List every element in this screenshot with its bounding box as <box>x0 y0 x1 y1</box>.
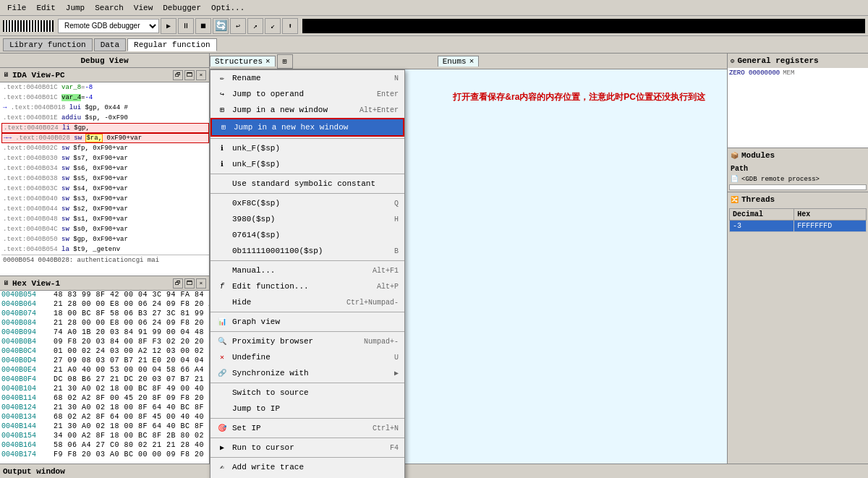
ctx-jump-new-window[interactable]: ⊞ Jump in a new window Alt+Enter <box>210 102 404 118</box>
enums-close-btn[interactable]: × <box>469 57 475 66</box>
ctx-rw-trace[interactable]: ↕ Add read/write trace <box>210 475 404 478</box>
menu-file[interactable]: File <box>3 2 30 14</box>
toolbar-btn-7[interactable]: ↙ <box>265 18 281 34</box>
ida-view-close[interactable]: × <box>196 70 206 80</box>
ctx-undefine-label: Undefine <box>232 353 390 362</box>
toolbar-btn-3[interactable]: ⏹ <box>195 18 211 34</box>
ctx-07614[interactable]: 07614($sp) <box>210 227 404 243</box>
menu-options[interactable]: Opti... <box>207 2 249 14</box>
debug-view-title: Debug View <box>80 56 128 65</box>
enums-tab[interactable]: Enums × <box>438 56 480 67</box>
3980-icon <box>216 213 228 225</box>
ctx-unk1-label: unk_F($sp) <box>232 144 394 153</box>
hex-line: 0040B0B409 F8 20 03 84 00 8F F3 02 20 20… <box>0 338 209 347</box>
menu-jump[interactable]: Jump <box>61 2 89 14</box>
ida-view-restore[interactable]: 🗗 <box>173 70 183 80</box>
toolbar-btn-4[interactable]: 🔄 <box>213 18 229 34</box>
chinese-annotation: 打开查看保存&ra内容的内存位置，注意此时PC位置还没执行到这 <box>453 91 705 103</box>
ctx-sync[interactable]: 🔗 Synchronize with ▶ <box>210 365 404 381</box>
binary-icon <box>216 245 228 257</box>
menu-edit[interactable]: Edit <box>32 2 59 14</box>
debugger-dropdown[interactable]: Remote GDB debugger <box>58 19 159 33</box>
ctx-undefine[interactable]: ✕ Undefine U <box>210 349 404 365</box>
ctx-3980[interactable]: 3980($sp) H <box>210 211 404 227</box>
ctx-rename[interactable]: ✏ Rename N <box>210 70 404 86</box>
structures-expand[interactable]: ⊞ <box>277 54 293 69</box>
ida-view-max[interactable]: 🗖 <box>184 70 195 80</box>
ida-line: .text:0040B054 la $t9, _getenv <box>1 244 209 255</box>
ctx-hex-f8c[interactable]: 0xF8C($sp) Q <box>210 195 404 211</box>
hex-line: 0040B12421 30 A0 02 18 00 8F 64 40 BC 8F… <box>0 404 209 413</box>
hex-line: 0040B09474 A0 1B 20 03 84 91 99 00 04 48 <box>0 328 209 338</box>
ctx-proximity[interactable]: 🔍 Proximity browser Numpad+- <box>210 333 404 349</box>
menu-search[interactable]: Search <box>90 2 128 14</box>
hex-line: 0040B06421 28 00 00 E8 00 06 24 09 F8 20… <box>0 300 209 310</box>
tab-data[interactable]: Data <box>94 38 126 51</box>
hex-view-restore[interactable]: 🗗 <box>173 278 183 289</box>
ida-line: .text:0040B01E addiu $sp, -0xF90 <box>1 113 209 123</box>
center-tabbar: Structures × ⊞ Enums × <box>210 54 727 69</box>
hex-line: 0040B0D427 09 08 03 07 B7 21 E0 20 04 04 <box>0 357 209 366</box>
menu-view[interactable]: View <box>129 2 157 14</box>
ctx-edit-func[interactable]: f Edit function... Alt+P <box>210 278 404 294</box>
ctx-binary[interactable]: 0b111110001100($sp) B <box>210 243 404 259</box>
ctx-unk1[interactable]: ℹ unk_F($sp) <box>210 140 404 156</box>
toolbar-btn-2[interactable]: ⏸ <box>178 18 194 34</box>
menubar: File Edit Jump Search View Debugger Opti… <box>0 0 868 16</box>
threads-table: Decimal Hex -3 FFFFFFFD <box>729 208 867 232</box>
graph-icon: 📊 <box>216 316 228 328</box>
ctx-jump-ip[interactable]: Jump to IP <box>210 401 404 417</box>
structures-close-btn[interactable]: × <box>265 57 271 66</box>
ctx-hex-f8c-label: 0xF8C($sp) <box>232 199 390 208</box>
ctx-rename-label: Rename <box>232 74 390 82</box>
ctx-sep-9 <box>210 438 404 438</box>
ctx-write-trace[interactable]: ✍ Add write trace <box>210 459 404 475</box>
ctx-sep-7 <box>210 383 404 383</box>
ctx-run-cursor[interactable]: ▶ Run to cursor F4 <box>210 440 404 456</box>
ctx-symbolic-label: Use standard symbolic constant <box>232 179 394 188</box>
ctx-sep-2 <box>210 174 404 174</box>
ctx-jump-operand[interactable]: ↪ Jump to operand Enter <box>210 86 404 102</box>
hex-line: 0040B08421 28 00 00 E8 00 06 24 09 F8 20… <box>0 319 209 328</box>
tab-regular-function[interactable]: Regular function <box>127 38 217 51</box>
ctx-switch-source[interactable]: Switch to source <box>210 385 404 401</box>
hex-view-close[interactable]: × <box>196 278 206 289</box>
debug-view-header: Debug View <box>0 54 209 68</box>
ctx-hide[interactable]: Hide Ctrl+Numpad- <box>210 294 404 310</box>
toolbar-btn-8[interactable]: ⬆ <box>282 18 298 34</box>
menu-debugger[interactable]: Debugger <box>158 2 205 14</box>
ctx-set-ip[interactable]: 🎯 Set IP Ctrl+N <box>210 420 404 436</box>
ctx-sep-1 <box>210 138 404 139</box>
modules-scrollbar[interactable] <box>729 184 867 190</box>
threads-cell-decimal: -3 <box>730 221 794 232</box>
ctx-graph[interactable]: 📊 Graph view <box>210 314 404 330</box>
proximity-icon: 🔍 <box>216 336 228 347</box>
toolbar-btn-6[interactable]: ↗ <box>247 18 263 34</box>
hex-line: 0040B10421 30 A0 02 18 00 BC 8F 49 00 40… <box>0 385 209 394</box>
write-trace-icon: ✍ <box>216 461 228 473</box>
ctx-sep-8 <box>210 418 404 419</box>
symbolic-icon <box>216 178 228 189</box>
jump-operand-icon: ↪ <box>216 88 228 100</box>
ctx-jump-new-window-label: Jump in a new window <box>232 106 355 114</box>
hex-view-max[interactable]: 🗖 <box>184 278 195 289</box>
threads-section: 🔀 Threads Decimal Hex -3 FFFFFFFD <box>728 192 868 478</box>
ida-view-title: IDA View-PC <box>12 71 65 80</box>
threads-row[interactable]: -3 FFFFFFFD <box>730 221 867 232</box>
ctx-edit-func-shortcut: Alt+P <box>377 283 399 291</box>
hex-line: 0040B174F9 F8 20 03 A0 BC 00 00 09 F8 20… <box>0 451 209 460</box>
ida-line: .text:0040B030 sw $s7, 0xF90+var <box>1 153 209 163</box>
toolbar-btn-1[interactable]: ▶ <box>161 18 176 34</box>
hex-line: 0040B0C401 00 02 24 03 00 A2 12 03 00 02… <box>0 347 209 357</box>
ctx-symbolic[interactable]: Use standard symbolic constant <box>210 176 404 192</box>
ctx-write-trace-label: Add write trace <box>232 463 394 471</box>
structures-tab[interactable]: Structures × <box>210 56 276 67</box>
unk2-icon: ℹ <box>216 158 228 170</box>
ctx-manual[interactable]: Manual... Alt+F1 <box>210 263 404 278</box>
toolbar-btn-5[interactable]: ↩ <box>230 18 246 34</box>
ctx-jump-hex-window[interactable]: ⊞ Jump in a new hex window <box>210 118 404 137</box>
ctx-unk2[interactable]: ℹ unk_F($sp) <box>210 156 404 172</box>
ida-line: .text:0040B044 sw $s2, 0xF90+var <box>1 204 209 214</box>
ctx-graph-label: Graph view <box>232 317 394 326</box>
tab-library-function[interactable]: Library function <box>3 38 93 51</box>
